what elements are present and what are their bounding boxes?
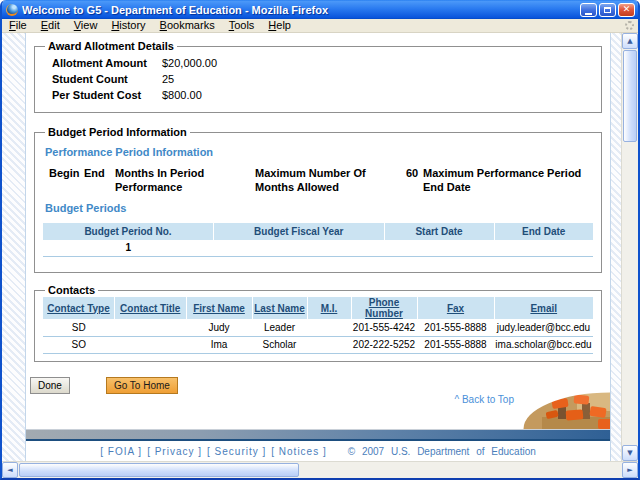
fax-header-label: Fax — [447, 303, 464, 314]
mi-cell — [307, 336, 351, 353]
student-count-label: Student Count — [52, 73, 162, 85]
per-student-cost-row: Per Student Cost $800.00 — [43, 89, 593, 101]
first-name-sort-link[interactable]: First Name — [186, 297, 252, 319]
restore-button[interactable] — [599, 3, 616, 17]
email-sort-link[interactable]: Email — [494, 297, 593, 319]
scroll-left-button[interactable]: ◄ — [2, 462, 18, 478]
contact-type-cell: SO — [43, 336, 115, 353]
months-in-period-label: Months In Period Performance — [115, 167, 255, 195]
phone-number-cell: 202-222-5252 — [351, 336, 417, 353]
max-performance-end-date-label: Maximum Performance Period End Date — [423, 167, 591, 195]
back-to-top-link[interactable]: ^ Back to Top — [454, 394, 514, 405]
privacy-link[interactable]: [ Privacy ] — [147, 446, 202, 457]
scroll-right-button[interactable]: ► — [622, 462, 638, 478]
last-name-sort-link[interactable]: Last Name — [252, 297, 307, 319]
menu-history[interactable]: History — [104, 19, 152, 32]
start-date-cell — [384, 240, 494, 257]
window-title: Welcome to G5 - Department of Education … — [22, 4, 580, 16]
budget-periods-heading: Budget Periods — [45, 202, 593, 214]
menu-bookmarks[interactable]: Bookmarks — [153, 19, 222, 32]
horizontal-scrollbar-thumb[interactable] — [19, 463, 299, 477]
budget-fiscal-year-cell — [214, 240, 385, 257]
menu-tools[interactable]: Tools — [222, 19, 262, 32]
allotment-amount-row: Allotment Amount $20,000.00 — [43, 57, 593, 69]
fax-sort-link[interactable]: Fax — [417, 297, 494, 319]
fax-cell: 201-555-8888 — [417, 336, 494, 353]
minimize-icon — [585, 13, 592, 15]
end-date-header: End Date — [494, 223, 593, 240]
phone-number-sort-link[interactable]: Phone Number — [351, 297, 417, 319]
mi-sort-link[interactable]: M.I. — [307, 297, 351, 319]
student-count-row: Student Count 25 — [43, 73, 593, 85]
begin-column-label: Begin — [49, 167, 84, 195]
per-student-cost-label: Per Student Cost — [52, 89, 162, 101]
budget-period-no-cell: 1 — [43, 240, 214, 257]
first-name-cell: Ima — [186, 336, 252, 353]
firefox-window: Welcome to G5 - Department of Education … — [0, 0, 640, 480]
browser-viewport: Award Allotment Details Allotment Amount… — [2, 33, 638, 478]
contact-title-cell — [115, 319, 187, 336]
fax-cell: 201-555-8888 — [417, 319, 494, 336]
activity-indicator-icon — [625, 21, 634, 30]
mi-header-label: M.I. — [321, 303, 338, 314]
firefox-icon — [6, 4, 18, 16]
contact-type-cell: SD — [43, 319, 115, 336]
contacts-header-row: Contact Type Contact Title First Name La… — [43, 297, 593, 319]
vertical-scrollbar[interactable]: ▲ ▼ — [621, 33, 638, 461]
budget-period-row: 1 — [43, 240, 593, 257]
phone-number-cell: 201-555-4242 — [351, 319, 417, 336]
last-name-header-label: Last Name — [254, 303, 305, 314]
contact-title-cell — [115, 336, 187, 353]
last-name-cell: Leader — [252, 319, 307, 336]
done-button[interactable]: Done — [30, 377, 70, 394]
max-months-allowed-value: 60 — [406, 167, 423, 195]
page-content: Award Allotment Details Allotment Amount… — [26, 33, 610, 461]
close-button[interactable]: ✕ — [618, 3, 635, 17]
menu-file[interactable]: File — [2, 19, 34, 32]
end-column-label: End — [84, 167, 115, 195]
budget-fiscal-year-header: Budget Fiscal Year — [214, 223, 385, 240]
notices-link[interactable]: [ Notices ] — [271, 446, 326, 457]
window-controls: ✕ — [580, 3, 635, 17]
contacts-section: Contacts Contact Type Contact Title Firs… — [34, 284, 602, 362]
contact-row: SD Judy Leader 201-555-4242 201-555-8888… — [43, 319, 593, 336]
page-right-margin-pattern — [610, 33, 621, 461]
page-footer: [ FOIA ] [ Privacy ] [ Security ] [ Noti… — [26, 441, 610, 461]
max-months-allowed-label: Maximum Number Of Months Allowed — [255, 167, 406, 195]
contacts-legend: Contacts — [45, 284, 98, 296]
budget-period-no-header: Budget Period No. — [43, 223, 214, 240]
contact-title-header-label: Contact Title — [120, 303, 180, 314]
allotment-amount-value: $20,000.00 — [162, 57, 217, 69]
security-link[interactable]: [ Security ] — [207, 446, 266, 457]
performance-period-heading: Performance Period Information — [45, 146, 593, 158]
scroll-up-button[interactable]: ▲ — [622, 33, 638, 49]
vertical-scrollbar-thumb[interactable] — [623, 50, 637, 142]
horizontal-scrollbar[interactable]: ◄ ► — [2, 461, 638, 478]
restore-icon — [604, 7, 611, 13]
contacts-table: Contact Type Contact Title First Name La… — [43, 297, 593, 354]
classroom-desks-photo — [522, 391, 610, 429]
go-to-home-button[interactable]: Go To Home — [106, 377, 178, 394]
footer-divider-bar — [26, 429, 610, 441]
foia-link[interactable]: [ FOIA ] — [100, 446, 142, 457]
contact-type-header-label: Contact Type — [47, 303, 110, 314]
page-left-margin-pattern — [2, 33, 26, 461]
first-name-header-label: First Name — [193, 303, 245, 314]
budget-periods-table: Budget Period No. Budget Fiscal Year Sta… — [43, 223, 593, 258]
end-date-cell — [494, 240, 593, 257]
performance-period-headers: Begin End Months In Period Performance M… — [43, 167, 593, 195]
contact-type-sort-link[interactable]: Contact Type — [43, 297, 115, 319]
scroll-down-button[interactable]: ▼ — [622, 445, 638, 461]
last-name-cell: Scholar — [252, 336, 307, 353]
page: Award Allotment Details Allotment Amount… — [2, 33, 621, 461]
menu-view[interactable]: View — [67, 19, 105, 32]
allotment-amount-label: Allotment Amount — [52, 57, 162, 69]
award-allotment-legend: Award Allotment Details — [45, 40, 177, 52]
contact-title-sort-link[interactable]: Contact Title — [115, 297, 187, 319]
menu-edit[interactable]: Edit — [34, 19, 67, 32]
budget-period-legend: Budget Period Information — [45, 126, 190, 138]
menu-help[interactable]: Help — [261, 19, 298, 32]
copyright-text: © 2007 U.S. Department of Education — [348, 446, 536, 457]
minimize-button[interactable] — [580, 3, 597, 17]
per-student-cost-value: $800.00 — [162, 89, 202, 101]
